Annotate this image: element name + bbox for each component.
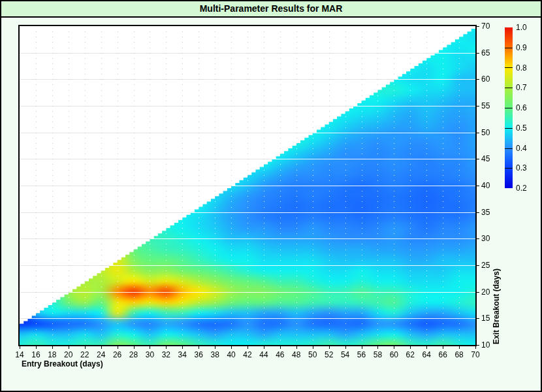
colorbar-tick-label: 0.6: [516, 103, 527, 112]
x-tick-label: 30: [146, 350, 154, 359]
x-tick-label: 70: [471, 350, 479, 359]
x-tick-label: 52: [325, 350, 333, 359]
x-tick-label: 14: [15, 350, 24, 359]
x-tick-label: 42: [243, 350, 251, 359]
y-tick-label: 55: [481, 101, 490, 110]
x-axis-title: Entry Breakout (days): [22, 359, 103, 368]
colorbar-tick-label: 0.9: [516, 43, 527, 52]
x-tick-label: 16: [31, 350, 40, 359]
x-tick-label: 20: [64, 350, 72, 359]
colorbar-tick-label: 0.5: [516, 123, 527, 133]
y-tick-label: 15: [481, 314, 490, 323]
window-title: Multi-Parameter Results for MAR: [1, 1, 541, 18]
x-tick-label: 32: [162, 350, 170, 359]
colorbar-tick-label: 0.2: [516, 184, 527, 193]
x-tick-label: 46: [276, 350, 284, 359]
y-tick-label: 65: [481, 48, 490, 57]
results-window: Multi-Parameter Results for MAR Entry Br…: [0, 0, 542, 392]
x-tick-label: 26: [113, 350, 121, 359]
y-tick-label: 70: [481, 22, 490, 31]
x-tick-label: 62: [406, 350, 415, 359]
x-tick-label: 50: [308, 350, 317, 359]
x-tick-label: 36: [195, 350, 203, 359]
x-tick-label: 48: [292, 350, 300, 359]
x-tick-label: 38: [210, 350, 219, 359]
y-tick-label: 35: [481, 208, 490, 217]
y-tick-label: 25: [481, 261, 490, 270]
colorbar-tick-label: 0.7: [516, 83, 527, 92]
y-tick-label: 30: [481, 234, 490, 243]
y-tick-label: 50: [481, 128, 490, 137]
colorbar-tick-label: 0.8: [516, 63, 527, 73]
x-tick-label: 44: [259, 350, 268, 359]
y-tick-label: 20: [481, 287, 490, 297]
y-tick-label: 10: [481, 340, 490, 350]
x-tick-label: 58: [374, 350, 382, 359]
y-tick-label: 40: [481, 181, 490, 190]
x-tick-label: 22: [80, 350, 89, 359]
x-tick-label: 56: [357, 350, 366, 359]
x-tick-label: 24: [97, 350, 105, 359]
colorbar-tick-label: 0.4: [516, 144, 527, 153]
x-tick-label: 66: [438, 350, 447, 359]
x-tick-label: 64: [422, 350, 431, 359]
x-tick-label: 54: [341, 350, 349, 359]
x-tick-label: 68: [454, 350, 463, 359]
colorbar-tick-label: 1.0: [516, 23, 527, 32]
x-tick-label: 34: [178, 350, 187, 359]
y-axis-title: Exit Breakout (days): [492, 269, 501, 344]
x-tick-label: 18: [48, 350, 56, 359]
colorbar-tick-label: 0.3: [516, 163, 527, 172]
y-tick-label: 60: [481, 74, 490, 84]
x-tick-label: 40: [227, 350, 235, 359]
heatmap-canvas: [1, 1, 541, 391]
x-tick-label: 60: [390, 350, 398, 359]
y-tick-label: 45: [481, 154, 490, 163]
x-tick-label: 28: [129, 350, 138, 359]
